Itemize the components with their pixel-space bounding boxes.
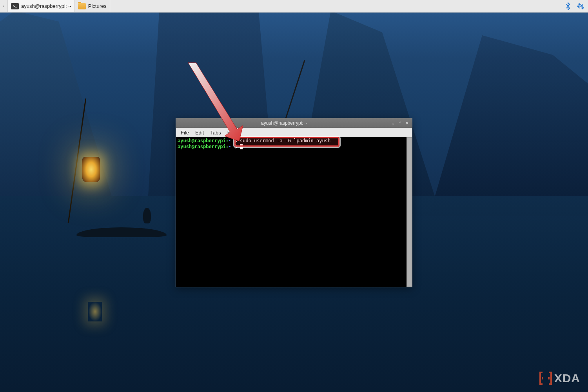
wallpaper-lantern [82, 157, 100, 182]
taskbar-tray [564, 0, 588, 12]
window-title: ayush@raspberrypi: ~ [178, 120, 390, 126]
scrollbar-thumb[interactable] [407, 137, 412, 287]
terminal-line: ayush@raspberrypi:~ $ [178, 144, 410, 150]
watermark: XDA [539, 372, 580, 385]
taskbar-item-label: Pictures [88, 3, 107, 9]
prompt-colon: : [226, 138, 229, 143]
prompt-dollar: $ [231, 144, 240, 149]
wallpaper-bird [143, 208, 151, 223]
window-maximize-button[interactable]: ⌃ [397, 120, 403, 126]
network-icon[interactable] [576, 2, 585, 11]
menu-icon [3, 4, 4, 9]
prompt-dollar: $ [231, 138, 240, 143]
terminal-icon: >_ [11, 3, 19, 9]
menu-file[interactable]: File [178, 129, 192, 136]
svg-rect-1 [3, 6, 4, 6]
wallpaper-mountain [429, 20, 588, 216]
menu-tabs[interactable]: Tabs [207, 129, 224, 136]
window-menubar: File Edit Tabs Help [176, 128, 412, 137]
prompt-colon: : [226, 144, 229, 149]
wallpaper-mountain [0, 0, 118, 216]
taskbar: >_ ayush@raspberrypi: ~ Pictures [0, 0, 588, 13]
prompt-user: ayush@raspberrypi [178, 138, 226, 143]
prompt-user: ayush@raspberrypi [178, 144, 226, 149]
taskbar-item-pictures[interactable]: Pictures [75, 0, 110, 12]
terminal-line: ayush@raspberrypi:~ $ sudo usermod -a -G… [178, 138, 410, 144]
wallpaper-pole [282, 60, 305, 127]
terminal-scrollbar[interactable] [407, 137, 412, 287]
window-minimize-button[interactable]: ⌄ [390, 120, 396, 126]
menu-edit[interactable]: Edit [192, 129, 207, 136]
svg-rect-2 [3, 6, 4, 7]
window-close-button[interactable]: ✕ [404, 120, 410, 126]
terminal-cursor [240, 144, 243, 149]
terminal-command: sudo usermod -a -G lpadmin ayush [240, 138, 330, 143]
menu-help[interactable]: Help [224, 129, 241, 136]
watermark-text: XDA [554, 372, 580, 385]
window-titlebar[interactable]: ayush@raspberrypi: ~ ⌄ ⌃ ✕ [176, 118, 412, 128]
wallpaper-lantern-reflection [88, 302, 102, 321]
terminal-body[interactable]: ayush@raspberrypi:~ $ sudo usermod -a -G… [176, 137, 412, 287]
folder-icon [78, 3, 86, 9]
bluetooth-icon[interactable] [564, 2, 572, 11]
terminal-window: ayush@raspberrypi: ~ ⌄ ⌃ ✕ File Edit Tab… [176, 118, 412, 287]
taskbar-item-terminal[interactable]: >_ ayush@raspberrypi: ~ [8, 0, 75, 12]
svg-rect-0 [3, 5, 4, 6]
taskbar-item-label: ayush@raspberrypi: ~ [21, 3, 71, 9]
window-buttons: ⌄ ⌃ ✕ [390, 120, 410, 126]
taskbar-menu-button[interactable] [0, 0, 8, 12]
watermark-bracket-icon [539, 372, 552, 385]
